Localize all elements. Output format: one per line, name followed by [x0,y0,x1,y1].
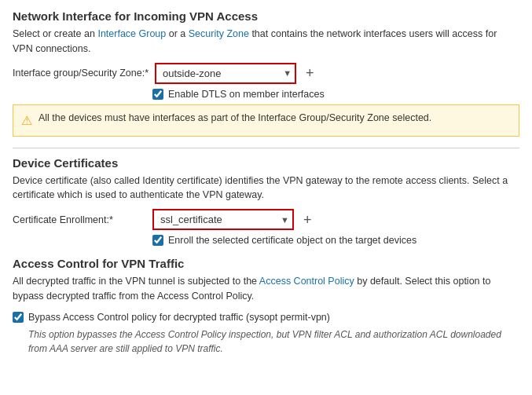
certificate-enrollment-row: Certificate Enrollment:* ssl_certificate… [13,209,519,230]
access-control-title: Access Control for VPN Traffic [13,257,519,270]
add-interface-group-button[interactable]: + [303,66,317,80]
warning-icon: ⚠ [21,112,32,130]
desc-text-1: Select or create an [13,28,97,39]
certificate-enrollment-label: Certificate Enrollment:* [13,214,146,225]
divider-1 [13,148,519,148]
network-description: Select or create an Interface Group or a… [13,27,519,57]
bypass-row: Bypass Access Control policy for decrypt… [13,310,519,325]
interface-group-row: Interface group/Security Zone:* outside-… [13,63,519,84]
certificates-description: Device certificate (also called Identity… [13,174,519,203]
access-control-section: Access Control for VPN Traffic All decry… [13,257,519,356]
access-control-description: All decrypted traffic in the VPN tunnel … [13,274,519,304]
enroll-cert-checkbox-label: Enroll the selected certificate object o… [168,235,416,246]
network-section: Network Interface for Incoming VPN Acces… [13,9,519,137]
interface-group-label: Interface group/Security Zone:* [13,68,149,79]
certificate-enrollment-select[interactable]: ssl_certificate [152,209,294,230]
enroll-cert-checkbox[interactable] [152,235,163,246]
add-certificate-button[interactable]: + [300,213,315,227]
ac-desc-1: All decrypted traffic in the VPN tunnel … [13,276,259,287]
warning-box: ⚠ All the devices must have interfaces a… [13,104,519,137]
access-control-policy-link[interactable]: Access Control Policy [259,276,354,287]
dtls-checkbox-label: Enable DTLS on member interfaces [168,89,325,100]
dtls-checkbox-row: Enable DTLS on member interfaces [152,89,519,100]
desc-text-2: or a [169,28,189,39]
dtls-checkbox[interactable] [152,89,163,100]
network-section-title: Network Interface for Incoming VPN Acces… [13,9,519,23]
bypass-label: Bypass Access Control policy for decrypt… [28,310,330,325]
interface-group-select-wrapper: outside-zone ▼ [155,63,296,84]
enroll-cert-checkbox-row: Enroll the selected certificate object o… [152,235,519,246]
bypass-italic-note: This option bypasses the Access Control … [28,327,519,356]
warning-text: All the devices must have interfaces as … [39,111,431,126]
certificates-section-title: Device Certificates [13,156,519,170]
certificate-enrollment-select-wrapper: ssl_certificate ▼ [152,209,294,230]
bypass-checkbox[interactable] [13,312,24,323]
security-zone-link[interactable]: Security Zone [189,28,249,39]
interface-group-link[interactable]: Interface Group [97,28,166,39]
certificates-section: Device Certificates Device certificate (… [13,148,519,247]
interface-group-select[interactable]: outside-zone [155,63,296,84]
